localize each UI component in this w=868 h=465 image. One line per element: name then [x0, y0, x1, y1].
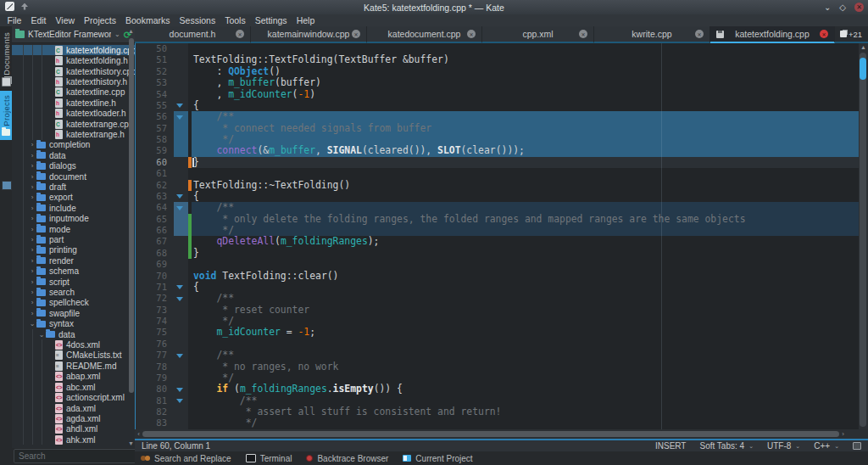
encoding-select[interactable]: UTF-8 ⌄: [767, 441, 800, 451]
menu-bookmarks[interactable]: Bookmarks: [121, 15, 175, 25]
menu-file[interactable]: File: [3, 15, 26, 25]
project-selector[interactable]: KTextEditor Framework ⌄ ⟳: [12, 26, 135, 43]
tree-item-abc.xml[interactable]: abc.xml: [12, 382, 135, 392]
fold-marker-icon[interactable]: [174, 191, 188, 202]
code-line-73[interactable]: 73 * reset counter: [135, 305, 868, 316]
tree-item-katetextrange.h[interactable]: katetextrange.h: [12, 129, 135, 139]
tree-item-data[interactable]: ›data: [12, 150, 135, 160]
sidebar-tab-documents[interactable]: Documents: [0, 30, 12, 89]
tab-close-icon[interactable]: ✕: [236, 30, 244, 38]
menu-help[interactable]: Help: [292, 15, 320, 25]
scrollbar-thumb[interactable]: [860, 58, 866, 80]
tree-item-katetextfolding.h[interactable]: katetextfolding.h: [12, 55, 135, 65]
tree-item-katetexthistory.h[interactable]: katetexthistory.h: [12, 76, 135, 87]
indent-mode-select[interactable]: Soft Tabs: 4 ⌄: [699, 441, 754, 451]
tree-item-document[interactable]: ›document: [12, 171, 135, 182]
more-documents-button[interactable]: +21: [835, 26, 867, 43]
scroll-right-icon[interactable]: ›: [839, 430, 847, 438]
expand-icon[interactable]: ›: [28, 257, 36, 265]
cursor-position[interactable]: Line 60, Column 1: [142, 441, 210, 451]
fold-marker-icon[interactable]: [174, 350, 188, 361]
expand-icon[interactable]: ›: [28, 204, 36, 212]
code-line-55[interactable]: 55{: [135, 100, 868, 111]
code-line-81[interactable]: 81 /**: [135, 395, 868, 406]
tree-item-include[interactable]: ›include: [12, 203, 135, 213]
expand-icon[interactable]: ›: [28, 152, 36, 160]
collapse-icon[interactable]: ⌄: [28, 320, 36, 328]
tab-cpp.xml[interactable]: cpp.xml✕: [482, 26, 594, 43]
fold-marker-icon[interactable]: [174, 100, 188, 111]
expand-icon[interactable]: ›: [28, 183, 36, 191]
expand-icon[interactable]: ›: [28, 236, 36, 244]
code-line-65[interactable]: 65 * only delete the folding ranges, the…: [135, 214, 868, 225]
expand-icon[interactable]: ›: [28, 299, 36, 306]
code-line-80[interactable]: 80 if (m_foldingRanges.isEmpty()) {: [135, 384, 868, 395]
tree-item-draft[interactable]: ›draft: [12, 182, 135, 192]
code-line-57[interactable]: 57 * connect needed signals from buffer: [135, 123, 868, 134]
expand-icon[interactable]: ›: [28, 162, 36, 170]
tree-item-katetextfolding.cpp[interactable]: katetextfolding.cpp: [12, 45, 135, 55]
tree-item-script[interactable]: ›script: [12, 277, 135, 287]
toolview-terminal-button[interactable]: Terminal: [246, 454, 292, 463]
code-line-62[interactable]: 62TextFolding::~TextFolding(): [135, 180, 868, 191]
code-line-68[interactable]: 68}: [135, 248, 868, 259]
code-editor[interactable]: 5051TextFolding::TextFolding(TextBuffer …: [135, 43, 868, 429]
tree-scroll-down-icon[interactable]: ▼: [128, 440, 134, 446]
tree-item-inputmode[interactable]: ›inputmode: [12, 214, 135, 224]
tree-item-katetextrange.cpp[interactable]: katetextrange.cpp: [12, 119, 135, 129]
code-line-61[interactable]: 61: [135, 168, 868, 179]
code-line-63[interactable]: 63{: [135, 191, 868, 202]
expand-icon[interactable]: ›: [28, 289, 36, 296]
tree-item-part[interactable]: ›part: [12, 234, 135, 244]
tree-item-agda.xml[interactable]: agda.xml: [12, 413, 135, 423]
code-line-58[interactable]: 58 */: [135, 134, 868, 145]
tree-item-katetextline.cpp[interactable]: katetextline.cpp: [12, 87, 135, 98]
menu-projects[interactable]: Projects: [80, 15, 121, 25]
expand-icon[interactable]: ›: [28, 215, 36, 222]
code-line-59[interactable]: 59 connect(&m_buffer, SIGNAL(cleared()),…: [135, 145, 868, 156]
code-line-76[interactable]: 76: [135, 339, 868, 350]
fold-marker-icon[interactable]: [174, 395, 188, 406]
code-line-72[interactable]: 72 /**: [135, 293, 868, 304]
tree-item-ahk.xml[interactable]: ahk.xml: [12, 434, 135, 445]
toolview-search-replace-button[interactable]: Search and Replace: [141, 454, 231, 463]
tab-katedocument.cpp[interactable]: katedocument.cpp✕: [367, 26, 482, 43]
maximize-icon[interactable]: ◇: [839, 3, 846, 12]
tab-close-icon[interactable]: ✕: [695, 30, 704, 38]
tree-item-katetexthistory.cpp[interactable]: katetexthistory.cpp: [12, 66, 135, 76]
scrollbar-track[interactable]: [860, 53, 866, 427]
minimize-icon[interactable]: ⌄: [824, 3, 831, 12]
tree-item-completion[interactable]: ›completion: [12, 140, 135, 150]
editor-vertical-scrollbar[interactable]: ▲: [859, 43, 868, 429]
menu-view[interactable]: View: [51, 15, 80, 25]
tree-item-katetextline.h[interactable]: katetextline.h: [12, 98, 135, 108]
menu-settings[interactable]: Settings: [250, 15, 292, 25]
code-line-78[interactable]: 78 * no ranges, no work: [135, 361, 868, 373]
filesystem-browser-icon[interactable]: [2, 181, 12, 190]
expand-icon[interactable]: ›: [28, 246, 36, 254]
input-mode[interactable]: INSERT: [655, 441, 687, 451]
scroll-up-icon[interactable]: ▲: [859, 43, 868, 52]
code-line-77[interactable]: 77 /**: [135, 350, 868, 361]
code-line-54[interactable]: 54 , m_idCounter(-1): [135, 89, 868, 100]
code-line-53[interactable]: 53 , m_buffer(buffer): [135, 77, 868, 88]
expand-icon[interactable]: ›: [28, 310, 36, 317]
expand-icon[interactable]: ›: [28, 141, 36, 148]
scroll-left-icon[interactable]: ‹: [135, 430, 142, 438]
fold-marker-icon[interactable]: [174, 293, 188, 304]
fold-marker-icon[interactable]: [174, 202, 188, 213]
code-line-66[interactable]: 66 */: [135, 225, 868, 236]
menu-tools[interactable]: Tools: [220, 15, 251, 25]
expand-icon[interactable]: ›: [28, 173, 36, 181]
fold-marker-icon[interactable]: [174, 384, 188, 395]
tree-item-syntax[interactable]: ⌄syntax: [12, 319, 135, 329]
expand-icon[interactable]: ›: [28, 278, 36, 286]
tree-item-printing[interactable]: ›printing: [12, 245, 135, 255]
tab-close-icon[interactable]: ✕: [467, 30, 476, 38]
code-line-69[interactable]: 69: [135, 259, 868, 270]
code-line-79[interactable]: 79 */: [135, 373, 868, 384]
tree-item-search[interactable]: ›search: [12, 287, 135, 297]
code-line-56[interactable]: 56 /**: [135, 111, 868, 122]
code-line-51[interactable]: 51TextFolding::TextFolding(TextBuffer &b…: [135, 54, 868, 65]
code-line-60[interactable]: 60}: [135, 157, 868, 168]
